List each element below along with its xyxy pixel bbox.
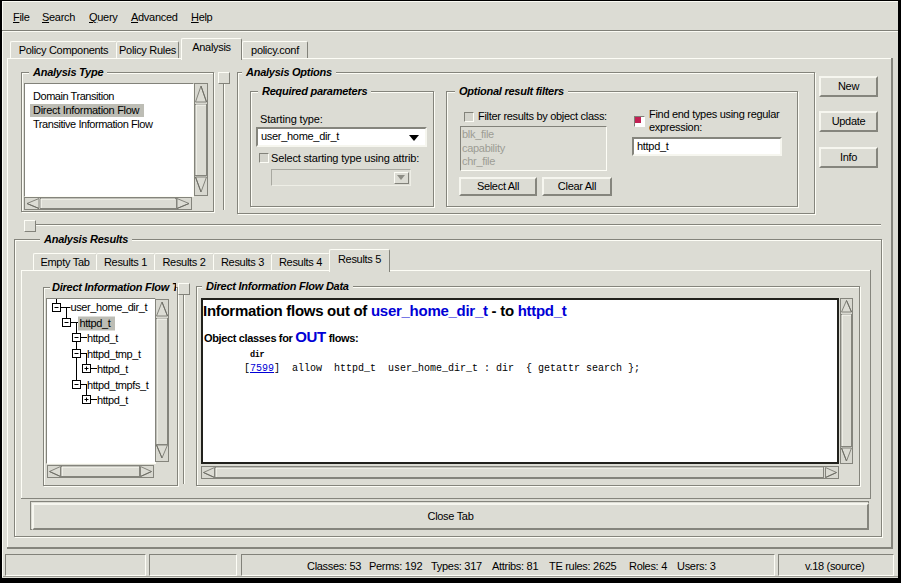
svg-text:httpd_t: httpd_t	[87, 332, 118, 344]
svg-text:user_home_dir_t: user_home_dir_t	[71, 301, 148, 313]
svg-text:httpd_t: httpd_t	[97, 394, 128, 406]
svg-text:httpd_tmpfs_t: httpd_tmpfs_t	[87, 379, 149, 391]
svg-text:httpd_tmp_t: httpd_tmp_t	[87, 348, 141, 360]
svg-text:httpd_t: httpd_t	[80, 317, 111, 329]
svg-text:httpd_t: httpd_t	[97, 363, 128, 375]
